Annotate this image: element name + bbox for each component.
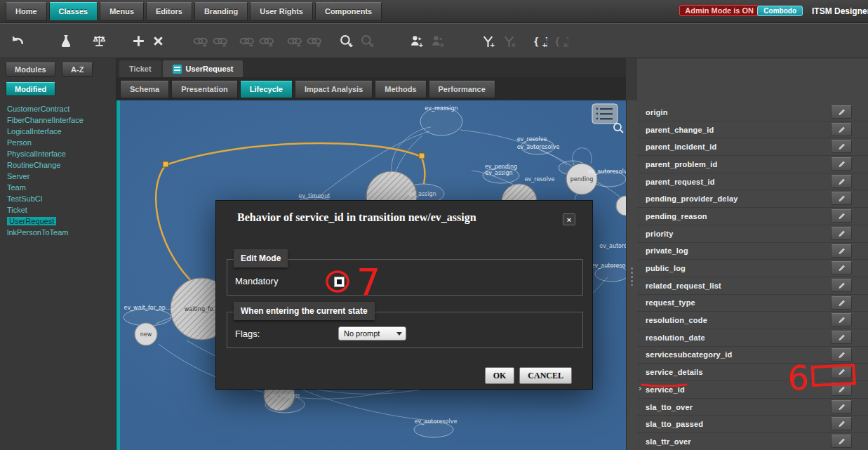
edit-pencil-icon[interactable] [831, 140, 852, 153]
field-row-private-log[interactable]: private_log [637, 243, 868, 260]
diagram-zoom-icon[interactable] [614, 124, 623, 133]
edit-pencil-icon[interactable] [831, 279, 852, 292]
braces-add-icon[interactable]: { }+ [530, 32, 549, 50]
edit-pencil-icon[interactable] [831, 365, 852, 378]
flags-label: Flags: [235, 329, 260, 339]
nav-item-components[interactable]: Components [315, 2, 382, 21]
nav-item-user-rights[interactable]: User Rights [250, 2, 313, 21]
state-node[interactable] [616, 196, 626, 216]
panel-splitter[interactable] [626, 100, 637, 450]
sidebar-item-team[interactable]: Team [0, 182, 116, 193]
field-row-public-log[interactable]: public_log [637, 260, 868, 277]
svg-text:+: + [348, 40, 352, 48]
close-icon[interactable]: × [563, 213, 575, 225]
field-row-parent-request-id[interactable]: parent_request_id [637, 173, 868, 191]
edit-pencil-icon[interactable] [831, 244, 852, 258]
edit-pencil-icon[interactable] [831, 209, 852, 223]
tab-modules[interactable]: Modules [6, 62, 55, 77]
branch-add-icon[interactable]: + [479, 32, 497, 50]
field-row-parent-change-id[interactable]: parent_change_id [637, 121, 868, 139]
field-row-sla-ttr-over[interactable]: sla_ttr_over [637, 433, 868, 450]
sidebar-item-routinechange[interactable]: RoutineChange [0, 159, 116, 171]
tab-lifecycle[interactable]: Lifecycle [240, 81, 293, 98]
ok-button[interactable]: OK [485, 367, 515, 384]
undo-icon[interactable] [8, 32, 27, 50]
tab-methods[interactable]: Methods [375, 81, 426, 98]
edit-pencil-icon[interactable] [831, 192, 852, 205]
field-row-related-request-list[interactable]: related_request_list [637, 277, 868, 295]
sidebar-item-server[interactable]: Server [0, 171, 116, 182]
edit-pencil-icon[interactable] [831, 105, 852, 119]
svg-text:×: × [511, 40, 515, 48]
zoom-out-icon: × [358, 32, 376, 50]
edit-pencil-icon[interactable] [831, 123, 852, 136]
field-row-resolution-code[interactable]: resolution_code [637, 312, 868, 329]
sidebar-item-userrequest[interactable]: UserRequest [0, 216, 116, 227]
path-handle[interactable] [419, 153, 425, 159]
nav-item-editors[interactable]: Editors [146, 2, 192, 21]
diagram-menu-button[interactable] [592, 104, 617, 124]
edit-pencil-icon[interactable] [831, 296, 852, 310]
field-row-resolution-date[interactable]: resolution_date [637, 329, 868, 347]
edit-pencil-icon[interactable] [831, 383, 852, 396]
sidebar-item-person[interactable]: Person [0, 137, 116, 148]
edit-pencil-icon[interactable] [831, 313, 852, 326]
scales-icon[interactable] [90, 32, 108, 50]
flask-icon[interactable] [56, 32, 74, 50]
flags-dropdown[interactable]: No prompt [338, 326, 406, 340]
mandatory-checkbox[interactable] [334, 277, 345, 287]
field-row-parent-problem-id[interactable]: parent_problem_id [637, 156, 868, 173]
vendor-badge[interactable]: Combodo [757, 6, 803, 16]
delete-icon[interactable] [149, 32, 167, 50]
edit-pencil-icon[interactable] [831, 417, 852, 430]
sidebar: Modules A-Z Modified CustomerContractFib… [0, 58, 116, 450]
field-row-pending-reason[interactable]: pending_reason [637, 208, 868, 225]
edit-pencil-icon[interactable] [831, 331, 852, 344]
field-row-pending-provider-delay[interactable]: pending_provider_delay [637, 190, 868, 208]
transition-add-icon[interactable]: + [407, 32, 425, 50]
nav-item-branding[interactable]: Branding [194, 2, 248, 21]
tab-a-z[interactable]: A-Z [62, 62, 93, 77]
edit-mode-group: Edit Mode Mandatory [227, 259, 583, 296]
field-row-sla-tto-passed[interactable]: sla_tto_passed [637, 416, 868, 433]
path-handle[interactable] [163, 161, 168, 167]
branch-remove-icon: × [500, 32, 518, 50]
field-row-parent-incident-id[interactable]: parent_incident_id [637, 138, 868, 156]
sidebar-item-customercontract[interactable]: CustomerContract [0, 103, 116, 114]
sidebar-item-fiberchannelinterface[interactable]: FiberChannelInterface [0, 114, 116, 126]
tab-schema[interactable]: Schema [120, 81, 169, 98]
field-row-sla-tto-over[interactable]: sla_tto_over [637, 399, 868, 416]
field-row-request-type[interactable]: request_type [637, 295, 868, 312]
edit-pencil-icon[interactable] [831, 227, 852, 240]
class-tab-userrequest[interactable]: UserRequest [163, 60, 243, 77]
sidebar-item-ticket[interactable]: Ticket [0, 204, 116, 216]
nav-item-home[interactable]: Home [6, 2, 47, 21]
field-row-servicesubcategory-id[interactable]: servicesubcategory_id [637, 347, 868, 364]
field-row-service-details[interactable]: service_details [637, 364, 868, 381]
field-row-origin[interactable]: origin [637, 104, 868, 121]
sidebar-item-testsubcl[interactable]: TestSubCl [0, 193, 116, 204]
field-row-service-id[interactable]: ›service_id [637, 381, 868, 399]
zoom-in-icon[interactable]: + [337, 32, 355, 50]
sidebar-item-logicalinterface[interactable]: LogicalInterface [0, 126, 116, 137]
tab-presentation[interactable]: Presentation [171, 81, 238, 98]
edit-pencil-icon[interactable] [831, 261, 852, 274]
class-tab-ticket[interactable]: Ticket [119, 60, 161, 77]
toolbar: +×+×+×+×+×+×{ }+{ }× [0, 23, 868, 58]
add-icon[interactable] [129, 32, 147, 50]
tab-impact-analysis[interactable]: Impact Analysis [295, 81, 373, 98]
tab-performance[interactable]: Performance [429, 81, 495, 98]
edit-mode-header: Edit Mode [234, 249, 288, 267]
sidebar-item-lnkpersontoteam[interactable]: lnkPersonToTeam [0, 227, 116, 238]
field-row-priority[interactable]: priority [637, 225, 868, 243]
cancel-button[interactable]: CANCEL [519, 367, 572, 384]
edit-pencil-icon[interactable] [831, 175, 852, 188]
edit-pencil-icon[interactable] [831, 400, 852, 413]
sidebar-item-physicalinterface[interactable]: PhysicalInterface [0, 148, 116, 159]
tab-modified[interactable]: Modified [6, 82, 55, 96]
nav-item-classes[interactable]: Classes [49, 2, 98, 21]
edit-pencil-icon[interactable] [831, 157, 852, 171]
edit-pencil-icon[interactable] [831, 435, 852, 448]
nav-item-menus[interactable]: Menus [100, 2, 144, 21]
edit-pencil-icon[interactable] [831, 348, 852, 362]
